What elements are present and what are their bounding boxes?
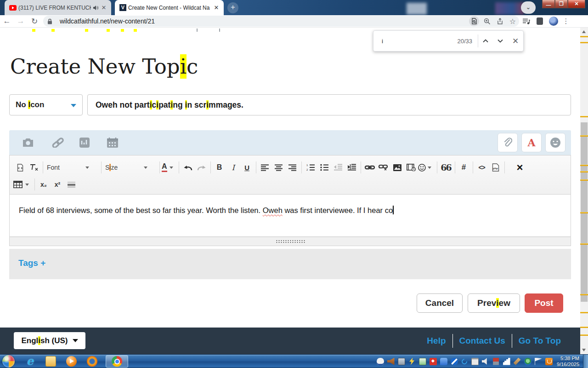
taskbar-app-firefox[interactable] <box>87 356 97 367</box>
camera-icon[interactable] <box>22 138 36 148</box>
refresh-icon[interactable] <box>461 357 469 365</box>
horizontal-rule-icon[interactable] <box>64 178 78 191</box>
scroll-up-icon[interactable] <box>582 30 586 33</box>
taskbar-app-file-explorer[interactable] <box>45 356 56 367</box>
cancel-button[interactable]: Cancel <box>417 293 463 313</box>
icon-select-dropdown[interactable]: No Icon <box>9 94 83 115</box>
find-close-icon[interactable]: ✕ <box>508 36 523 46</box>
address-bar[interactable]: wildcatfaithful.net/new-content/21 ☆ <box>43 16 519 27</box>
graphics-icon[interactable] <box>514 358 521 365</box>
close-window-button[interactable]: ✕ <box>568 0 585 8</box>
reload-icon[interactable]: ↻ <box>28 17 41 26</box>
network-globe-icon[interactable] <box>524 358 531 365</box>
subscript-icon[interactable]: x₂ <box>37 178 51 191</box>
find-in-page-icon[interactable] <box>468 16 481 27</box>
italic-icon[interactable]: I <box>226 161 240 174</box>
tab-search-button[interactable]: ⌄ <box>521 1 536 14</box>
close-tab-icon[interactable]: ✕ <box>213 4 220 12</box>
help-link[interactable]: Help <box>420 336 452 346</box>
internet-explorer-icon[interactable]: e <box>25 356 35 367</box>
java-icon[interactable] <box>545 358 553 365</box>
taskbar-app-media-player[interactable] <box>66 356 77 367</box>
flag-alert-icon[interactable] <box>535 358 542 365</box>
source-icon[interactable] <box>13 161 27 174</box>
find-previous-icon[interactable] <box>478 39 493 43</box>
table-icon[interactable] <box>13 178 33 191</box>
redo-icon[interactable] <box>195 161 209 174</box>
text-format-button[interactable]: A <box>521 133 542 152</box>
insert-image-icon[interactable] <box>390 161 404 174</box>
clipboard-icon[interactable] <box>471 358 479 365</box>
show-desktop-button[interactable] <box>583 355 588 368</box>
link-icon[interactable] <box>51 138 65 148</box>
page-scrollbar[interactable] <box>580 28 588 354</box>
media-player-icon[interactable] <box>66 356 77 367</box>
tab-youtube[interactable]: (3117) LIVE FROM KENTUCK ✕ <box>5 0 111 15</box>
contact-us-link[interactable]: Contact Us <box>453 336 512 346</box>
firefox-icon[interactable] <box>87 356 97 367</box>
indent-icon[interactable] <box>345 161 359 174</box>
battery-icon[interactable] <box>419 358 426 365</box>
forward-icon[interactable]: → <box>14 17 28 26</box>
back-icon[interactable]: ← <box>0 17 14 26</box>
touch-pointer-icon[interactable] <box>377 358 384 365</box>
playlist-extension-icon[interactable] <box>519 18 533 25</box>
minimize-button[interactable]: — <box>542 0 555 8</box>
bluetooth-icon[interactable] <box>451 358 458 365</box>
signal-icon[interactable] <box>503 358 510 365</box>
restore-button[interactable]: ❐ <box>555 0 568 8</box>
file-explorer-icon[interactable] <box>45 356 56 367</box>
attach-file-button[interactable] <box>498 133 518 152</box>
editor-body[interactable]: Field of 68 interviews, some of the best… <box>9 195 571 237</box>
topic-title-input[interactable]: Oweh not participating in scrimmages. <box>87 94 571 115</box>
emoji-icon[interactable] <box>418 161 435 174</box>
red-app-icon[interactable] <box>430 358 437 365</box>
system-clock[interactable]: 5:38 PM 9/16/2025 <box>557 356 579 368</box>
volume-legacy-icon[interactable] <box>387 358 395 365</box>
poll-chart-icon[interactable] <box>79 137 93 148</box>
find-next-icon[interactable] <box>493 39 508 43</box>
bold-icon[interactable]: B <box>213 161 226 174</box>
calendar-icon[interactable] <box>107 137 120 148</box>
sync-icon[interactable] <box>492 358 500 365</box>
chrome-icon[interactable] <box>112 356 122 367</box>
language-select[interactable]: English (US) <box>14 332 85 349</box>
preview-button[interactable]: Preview <box>468 293 520 313</box>
add-tags-link[interactable]: Tags + <box>18 258 45 268</box>
blockquote-icon[interactable]: 66 <box>439 161 453 174</box>
lock-icon[interactable] <box>43 16 56 27</box>
align-left-icon[interactable] <box>258 161 272 174</box>
browser-menu-icon[interactable]: ⋮ <box>560 17 571 25</box>
new-tab-button[interactable]: + <box>227 2 238 13</box>
align-center-icon[interactable] <box>272 161 286 174</box>
text-color-icon[interactable]: A <box>162 161 177 174</box>
outdent-icon[interactable] <box>331 161 345 174</box>
tab-create-content[interactable]: V Create New Content - Wildcat Na ✕ <box>115 0 224 15</box>
embed-media-icon[interactable] <box>404 161 418 174</box>
code-icon[interactable]: <> <box>475 161 489 174</box>
profile-avatar[interactable] <box>547 17 560 26</box>
volume-icon[interactable] <box>482 358 489 365</box>
editor-resize-handle[interactable] <box>9 237 571 246</box>
font-select[interactable]: Font <box>45 161 99 174</box>
superscript-icon[interactable]: x² <box>51 178 64 191</box>
hash-icon[interactable]: # <box>457 161 471 174</box>
messenger-icon[interactable] <box>440 358 447 365</box>
bullet-list-icon[interactable] <box>317 161 331 174</box>
lightning-icon[interactable] <box>408 358 416 365</box>
scroll-down-icon[interactable] <box>582 349 586 351</box>
align-right-icon[interactable] <box>286 161 300 174</box>
remove-format-icon[interactable] <box>27 161 41 174</box>
emoji-button[interactable] <box>545 133 565 152</box>
taskbar-app-internet-explorer[interactable]: e <box>25 356 35 367</box>
find-query-input[interactable]: i <box>382 38 457 45</box>
collapse-toolbar-icon[interactable]: × <box>513 161 527 174</box>
size-select[interactable]: Size <box>103 161 158 174</box>
go-to-top-link[interactable]: Go To Top <box>512 336 567 346</box>
zoom-icon[interactable] <box>481 16 493 27</box>
sidebar-extension-icon[interactable] <box>533 17 547 25</box>
url-text[interactable]: wildcatfaithful.net/new-content/21 <box>60 17 468 25</box>
share-icon[interactable] <box>493 16 506 27</box>
underline-icon[interactable]: U <box>240 161 254 174</box>
close-tab-icon[interactable]: ✕ <box>100 4 107 12</box>
